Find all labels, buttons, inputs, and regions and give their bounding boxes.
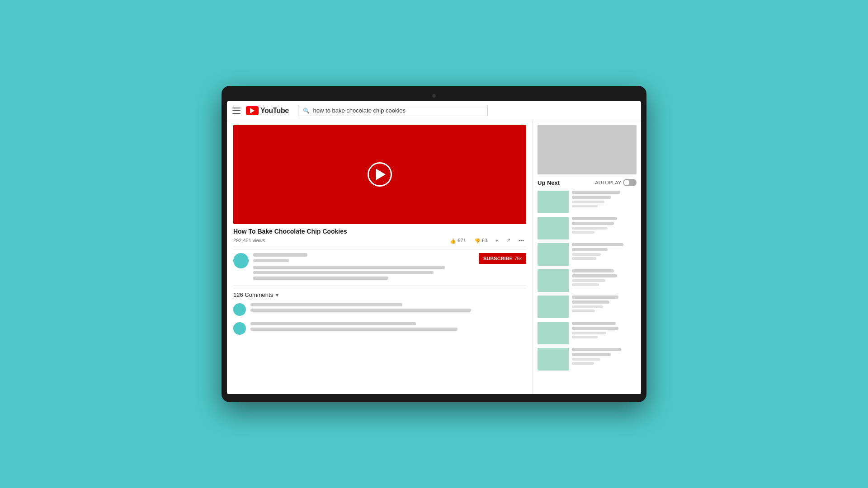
sidebar-video-info [572,191,637,213]
search-input[interactable] [313,107,483,114]
sidebar-meta-line [572,227,608,230]
channel-name [253,253,307,257]
autoplay-toggle[interactable] [623,179,637,186]
featured-thumbnail[interactable] [538,125,637,174]
sidebar-video-item[interactable] [538,296,637,318]
sidebar-title-line [572,222,614,225]
sidebar-meta-line [572,231,594,234]
video-player[interactable] [233,125,526,224]
tablet-camera [432,94,436,98]
main-content: How To Bake Chocolate Chip Cookies 292,4… [227,120,641,394]
like-icon [450,238,456,243]
comment-line [250,309,471,312]
sidebar-thumb [538,322,569,344]
sidebar-video-info [572,269,637,292]
sidebar-video-info [572,217,637,239]
share-icon: ↗ [506,237,510,243]
sidebar-video-info [572,243,637,266]
comment-avatar-2 [233,322,246,335]
sidebar-video-item[interactable] [538,269,637,292]
search-icon: 🔍 [303,108,310,114]
sidebar-title-line [572,322,616,325]
dislike-button[interactable]: 63 [472,236,490,244]
subscribe-button[interactable]: SUBSCRIBE 75k [479,253,526,264]
comments-dropdown-icon[interactable] [276,291,278,299]
dislike-count: 63 [482,238,487,243]
up-next-header: Up Next AUTOPLAY [538,179,637,186]
sidebar-meta-line [572,332,606,334]
sidebar-title-line [572,243,623,246]
channel-sub-count [253,259,289,262]
sidebar-video-item[interactable] [538,243,637,266]
sidebar-meta-line [572,279,605,282]
like-count: 871 [458,238,466,243]
sidebar-column: Up Next AUTOPLAY [533,120,641,394]
sidebar-video-info [572,296,637,318]
channel-description [253,266,479,280]
sidebar-video-item[interactable] [538,348,637,371]
sidebar-thumb [538,243,569,266]
comment-line [250,328,458,331]
sidebar-title-line [572,274,617,277]
comment-line [250,303,402,306]
comment-row [233,303,526,316]
sidebar-title-line [572,327,618,330]
sidebar-meta-line [572,336,598,338]
sidebar-title-line [572,269,614,272]
tablet-device: YouTube 🔍 How To Bake Chocolate Chip Coo… [222,86,646,402]
subscribe-count: 75k [514,256,522,261]
video-column: How To Bake Chocolate Chip Cookies 292,4… [227,120,533,394]
header: YouTube 🔍 [227,101,641,120]
sidebar-video-item[interactable] [538,217,637,239]
comment-body-1 [250,303,526,314]
sidebar-title-line [572,191,620,194]
channel-info [253,253,479,282]
sidebar-video-item[interactable] [538,322,637,344]
sidebar-video-info [572,322,637,344]
sidebar-thumb [538,217,569,239]
share-button[interactable]: ↗ [504,236,513,244]
sidebar-title-line [572,353,611,356]
sidebar-title-line [572,348,621,351]
add-button[interactable]: + [493,236,500,244]
comment-line [250,322,416,325]
desc-line-3 [253,277,388,280]
sidebar-meta-line [572,362,594,365]
play-icon [376,169,386,180]
comments-section: 126 Comments [233,291,526,335]
autoplay-controls: AUTOPLAY [595,179,637,186]
sidebar-meta-line [572,358,600,361]
hamburger-menu-icon[interactable] [232,108,241,114]
sidebar-video-item[interactable] [538,191,637,213]
sidebar-thumb [538,269,569,292]
sidebar-title-line [572,217,617,220]
comments-header: 126 Comments [233,291,526,299]
youtube-logo-text: YouTube [260,107,289,115]
channel-avatar[interactable] [233,253,249,268]
more-button[interactable]: ••• [516,236,526,244]
more-icon: ••• [519,238,524,243]
youtube-logo-icon [246,106,259,115]
sidebar-meta-line [572,257,596,260]
video-title: How To Bake Chocolate Chip Cookies [233,228,526,235]
dislike-icon [474,238,481,243]
sidebar-video-info [572,348,637,371]
comments-count: 126 Comments [233,291,273,298]
search-bar: 🔍 [298,105,488,116]
subscribe-label: SUBSCRIBE [483,256,513,261]
desc-line-1 [253,266,445,269]
view-count: 292,451 views [233,238,265,243]
play-button[interactable] [368,162,392,187]
sidebar-title-line [572,300,609,304]
up-next-label: Up Next [538,179,560,186]
youtube-logo[interactable]: YouTube [246,106,289,115]
like-button[interactable]: 871 [448,236,468,244]
video-actions: 871 63 + ↗ ••• [448,236,526,244]
sidebar-meta-line [572,305,603,308]
autoplay-label: AUTOPLAY [595,180,621,185]
add-icon: + [495,238,498,243]
tablet-screen: YouTube 🔍 How To Bake Chocolate Chip Coo… [227,101,641,394]
sidebar-thumb [538,348,569,371]
sidebar-meta-line [572,205,598,207]
sidebar-thumb [538,296,569,318]
